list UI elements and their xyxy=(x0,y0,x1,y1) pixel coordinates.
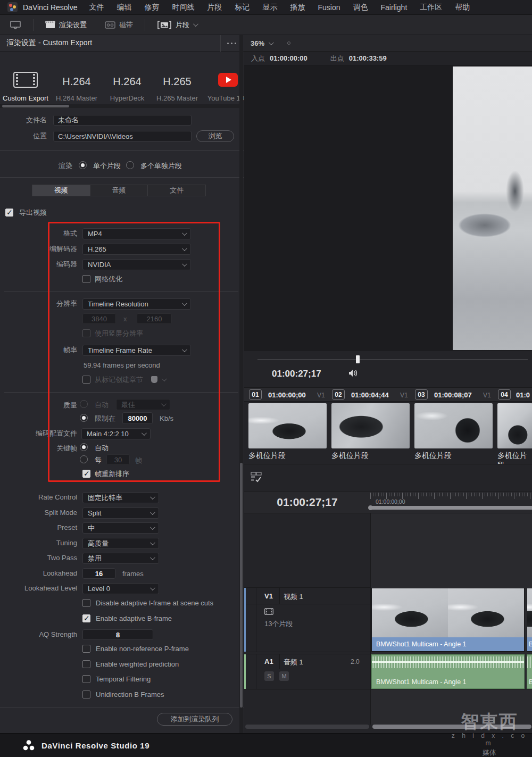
video-track-name[interactable]: 视频 1 xyxy=(284,592,303,602)
timeline-options-icon[interactable] xyxy=(251,472,267,484)
clip-thumbnail[interactable] xyxy=(248,403,327,448)
preset-custom-export[interactable]: Custom Export xyxy=(0,56,51,102)
menu-item-workspace[interactable]: 工作区 xyxy=(420,3,442,12)
tuning-dropdown[interactable]: 高质量 xyxy=(82,538,159,549)
mute-button[interactable]: M xyxy=(279,671,289,681)
clip-thumbnail[interactable] xyxy=(497,403,532,448)
clip-track-label: V1 xyxy=(483,392,491,399)
chevron-down-icon xyxy=(150,510,155,515)
browse-button[interactable]: 浏览 xyxy=(196,130,234,142)
enable-weighted-prediction-checkbox[interactable] xyxy=(82,660,90,668)
tab-file[interactable]: 文件 xyxy=(148,185,205,196)
tab-audio[interactable]: 音频 xyxy=(90,185,148,196)
timeline-audio-clip[interactable]: B xyxy=(527,654,532,689)
timeline-audio-clip[interactable]: BMWShot1 Multicam - Angle 1 xyxy=(371,654,525,689)
cinema-viewer-icon[interactable] xyxy=(4,21,27,29)
clip-number-badge[interactable]: 01 xyxy=(249,389,262,400)
split-mode-dropdown[interactable]: Split xyxy=(82,508,159,519)
divider xyxy=(0,177,244,178)
zoom-level-dropdown[interactable]: 36% xyxy=(251,39,264,47)
menu-item-timeline[interactable]: 时间线 xyxy=(172,3,194,12)
trackhead-scrollbar[interactable] xyxy=(245,725,369,729)
clip-number-badge[interactable]: 02 xyxy=(332,389,345,400)
timeline-video-clip[interactable]: B xyxy=(527,588,532,652)
menu-item-color[interactable]: 调色 xyxy=(353,3,368,12)
export-video-label: 导出视频 xyxy=(19,209,47,217)
preset-h264-master[interactable]: H.264 H.264 Master xyxy=(51,56,102,102)
scrubber-track[interactable] xyxy=(257,359,528,360)
two-pass-dropdown[interactable]: 禁用 xyxy=(82,553,159,564)
out-point-label: 出点 xyxy=(330,54,344,63)
enable-nonref-pframe-checkbox[interactable] xyxy=(82,645,90,653)
render-settings-panel: 渲染设置 - Custom Export Custom Export H.264… xyxy=(0,35,244,733)
menu-item-edit[interactable]: 编辑 xyxy=(117,3,131,12)
panel-scrollbar[interactable] xyxy=(239,35,243,733)
menu-item-view[interactable]: 显示 xyxy=(262,3,277,12)
menu-item-clip[interactable]: 片段 xyxy=(207,3,222,12)
filename-input[interactable]: 未命名 xyxy=(53,115,192,126)
filmstrip-icon xyxy=(13,72,38,88)
menu-item-fusion[interactable]: Fusion xyxy=(318,3,340,12)
chevron-down-icon xyxy=(269,40,274,45)
panel-header: 渲染设置 - Custom Export xyxy=(0,35,244,52)
video-clip-thumbnails xyxy=(527,588,532,638)
clip-inout-button[interactable]: 片段 xyxy=(152,20,202,30)
lookahead-input[interactable]: 16 xyxy=(82,568,115,579)
divider xyxy=(279,588,280,604)
app-logo-icon[interactable] xyxy=(7,2,18,12)
aq-strength-label: AQ Strength xyxy=(0,629,77,640)
video-viewer[interactable] xyxy=(244,65,532,351)
divider xyxy=(0,708,244,708)
rate-control-dropdown[interactable]: 固定比特率 xyxy=(82,492,159,503)
disable-adaptive-iframe-checkbox[interactable] xyxy=(82,599,90,607)
viewer-option-icon[interactable] xyxy=(287,41,290,45)
tab-video[interactable]: 视频 xyxy=(32,185,90,196)
preset-youtube[interactable]: YouTube 108 xyxy=(202,56,244,102)
audio-track-color-strip xyxy=(244,654,246,689)
location-input[interactable]: C:\Users\NVIDIA\Videos xyxy=(53,131,192,142)
preset-scrollbar[interactable] xyxy=(0,104,239,108)
audio-track-name[interactable]: 音频 1 xyxy=(284,658,303,667)
solo-button[interactable]: S xyxy=(264,671,274,681)
timeline-zoom-bar[interactable] xyxy=(372,506,532,510)
menu-item-fairlight[interactable]: Fairlight xyxy=(381,3,408,12)
clip-thumbnail[interactable] xyxy=(414,403,493,448)
audio-track-id[interactable]: A1 xyxy=(264,658,273,666)
menu-item-playback[interactable]: 播放 xyxy=(290,3,305,12)
tab-bar: 视频 音频 文件 xyxy=(32,185,206,196)
inout-bar: 入点 01:00:00:00 出点 01:00:33:59 xyxy=(244,52,532,65)
preset-dropdown[interactable]: 中 xyxy=(82,522,159,534)
add-to-render-queue-button[interactable]: 添加到渲染队列 xyxy=(157,713,232,726)
timeline-ruler[interactable]: 01:00:27;17 01:00:00;00 xyxy=(244,492,532,513)
clip-number-badge[interactable]: 03 xyxy=(415,389,428,400)
chevron-down-icon xyxy=(150,555,155,560)
clip-number-badge[interactable]: 04 xyxy=(498,389,511,400)
two-pass-label: Two Pass xyxy=(0,553,77,563)
render-multiple-radio[interactable] xyxy=(126,161,134,169)
tape-button[interactable]: 磁带 xyxy=(99,20,138,30)
preset-h265-master[interactable]: H.265 H.265 Master xyxy=(152,56,203,102)
menu-item-mark[interactable]: 标记 xyxy=(235,3,250,12)
scrubber-playhead[interactable] xyxy=(356,355,360,363)
menu-item-trim[interactable]: 修剪 xyxy=(144,3,159,12)
preset-hyperdeck[interactable]: H.264 HyperDeck xyxy=(102,56,153,102)
menu-item-help[interactable]: 帮助 xyxy=(455,3,470,12)
timeline-video-clip[interactable]: BMWShot1 Multicam - Angle 1 xyxy=(371,588,525,652)
chevron-down-icon xyxy=(150,540,155,545)
temporal-filtering-checkbox[interactable] xyxy=(82,675,90,683)
render-settings-button[interactable]: 渲染设置 xyxy=(40,20,92,30)
clip-inout-icon xyxy=(157,21,172,29)
menu-item-file[interactable]: 文件 xyxy=(89,3,104,12)
speaker-icon[interactable] xyxy=(348,369,359,378)
highlight-annotation xyxy=(48,222,220,482)
aq-strength-input[interactable]: 8 xyxy=(82,629,153,640)
enable-adaptive-bframe-checkbox[interactable] xyxy=(82,614,90,622)
video-track-id[interactable]: V1 xyxy=(264,592,273,600)
export-video-checkbox[interactable] xyxy=(5,209,13,217)
lookahead-level-dropdown[interactable]: Level 0 xyxy=(82,583,159,594)
watermark-tag: 媒体 xyxy=(447,748,532,757)
unidirection-bframes-checkbox[interactable] xyxy=(82,691,90,698)
render-single-radio[interactable] xyxy=(79,161,87,169)
clip-thumbnail[interactable] xyxy=(331,403,410,448)
viewer-timecode: 01:00:27;17 xyxy=(272,369,321,379)
